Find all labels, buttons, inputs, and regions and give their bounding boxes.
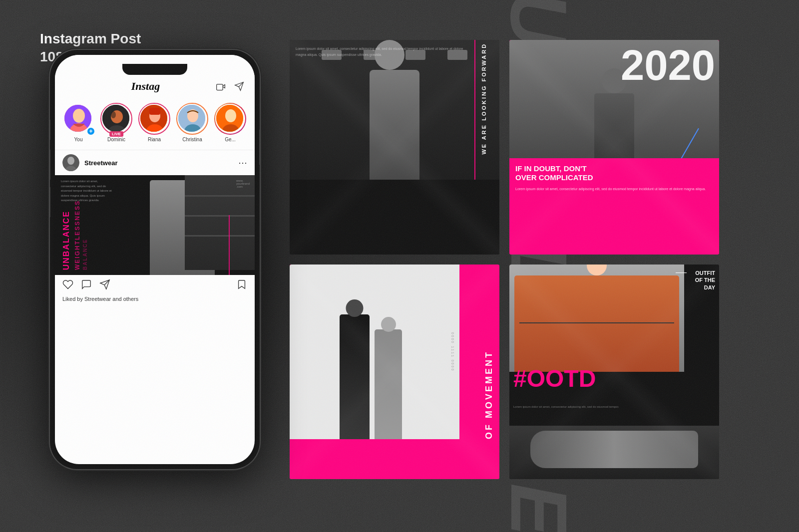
live-badge-dominic: LIVE [109,131,123,137]
send-icon[interactable] [234,81,245,92]
avatar-christina [177,104,206,133]
volume-down-button [50,187,50,217]
avatar-riana [139,104,168,133]
card3-numbers: 0000 1111 0000 [451,332,454,372]
phone-notch [122,64,187,75]
feed-post-image: Lorem ipsum dolor sit amet,consectetur a… [55,175,255,275]
card3-bottom-strip [290,439,499,479]
like-icon[interactable] [62,279,73,292]
svg-rect-0 [217,84,223,90]
card2-year: 2020 [621,44,715,86]
phone-body: Instag [50,50,260,469]
mute-button [50,120,50,140]
story-dominic[interactable]: LIVE Dominic [100,103,132,142]
svg-rect-13 [149,108,160,115]
share-icon[interactable] [99,279,110,292]
story-label-get: Ge... [225,137,236,142]
story-label-dominic: Dominic [107,137,125,142]
cards-grid: Lorem ipsum dolor sit amet, consectetur … [290,40,719,479]
feed-post-header: Streetwear ⋯ [55,150,255,175]
liked-by-text: Liked by Streetwear and others [55,296,255,304]
instagram-header: Instag [55,55,255,98]
card4-small-text: Lorem ipsum dolor sit amet, consectetur … [513,404,715,409]
post-card-3: 0000 1111 0000 OF MOVEMENT [290,265,499,479]
comment-icon[interactable] [81,279,92,292]
avatar-get [215,104,244,133]
story-riana[interactable]: Riana [138,103,170,142]
post-text-unbalance: UNBALANCE [62,211,70,270]
svg-point-21 [67,157,74,165]
card1-top-text: Lorem ipsum dolor sit amet, consectetur … [296,46,469,58]
card4-dashes: —— [676,269,687,275]
save-icon[interactable] [236,279,247,292]
card2-headline: IF IN DOUBT, DON'T OVER COMPLICATED [515,164,713,182]
stories-row: + You [55,98,255,147]
phone-screen: Instag [55,55,255,464]
story-christina[interactable]: Christina [176,103,208,142]
svg-point-18 [225,109,236,122]
story-label-you: You [74,137,83,142]
post-card-2: 2020 IF IN DOUBT, DON'T OVER COMPLICATED… [509,40,719,255]
card1-vertical-text: WE ARE LOOKING FORWARD TO HAVING YOU [481,40,487,155]
feed-avatar [62,154,79,171]
feed-post-actions [55,275,255,296]
header-icons [215,81,245,92]
avatar-dominic [101,104,130,133]
card4-photo [509,265,684,372]
card4-hashtag: #OOTD [513,367,596,391]
post-text-weightlessness: WEIGHTLESSNESS [74,200,81,270]
card2-bottom: IF IN DOUBT, DON'T OVER COMPLICATED Lore… [509,158,719,255]
post-card-1: Lorem ipsum dolor sit amet, consectetur … [290,40,499,255]
instagram-app: Instag [55,55,255,464]
more-options-icon[interactable]: ⋯ [238,157,247,168]
page-title-line1: Instagram Post [40,30,141,48]
svg-point-4 [73,109,85,123]
instagram-logo: Instag [131,80,160,93]
story-label-christina: Christina [182,137,202,142]
brand-url: www.yourbrand.com [236,179,250,188]
volume-up-button [50,150,50,180]
phone-mockup: Instag [50,50,260,469]
post-card-4: OUTFITOF THEDAY —— #OOTD Lorem ipsum dol… [509,265,719,479]
card3-white-area: 0000 1111 0000 [290,265,459,439]
story-label-riana: Riana [148,137,161,142]
svg-point-9 [111,111,116,118]
card2-body-text: Lorem ipsum dolor sit amet, consectetur … [515,186,713,192]
add-story-button[interactable]: + [86,127,95,136]
feed-username: Streetwear [84,159,117,167]
igtv-icon[interactable] [215,81,226,92]
feed-post: Streetwear ⋯ [55,150,255,304]
card1-bottom-bar [290,180,499,255]
power-button [259,130,260,165]
card4-shoe-photo [509,426,719,480]
story-get[interactable]: Ge... [214,103,246,142]
post-text-balance: BALANCE [82,239,88,270]
card3-vertical-text: OF MOVEMENT [484,286,494,439]
card3-couple [340,282,409,439]
card4-outfit-text: OUTFITOF THEDAY [685,269,715,291]
card1-image-area [290,40,499,180]
story-you[interactable]: + You [62,103,94,142]
post-small-text: Lorem ipsum dolor sit amet,consectetur a… [61,179,215,203]
